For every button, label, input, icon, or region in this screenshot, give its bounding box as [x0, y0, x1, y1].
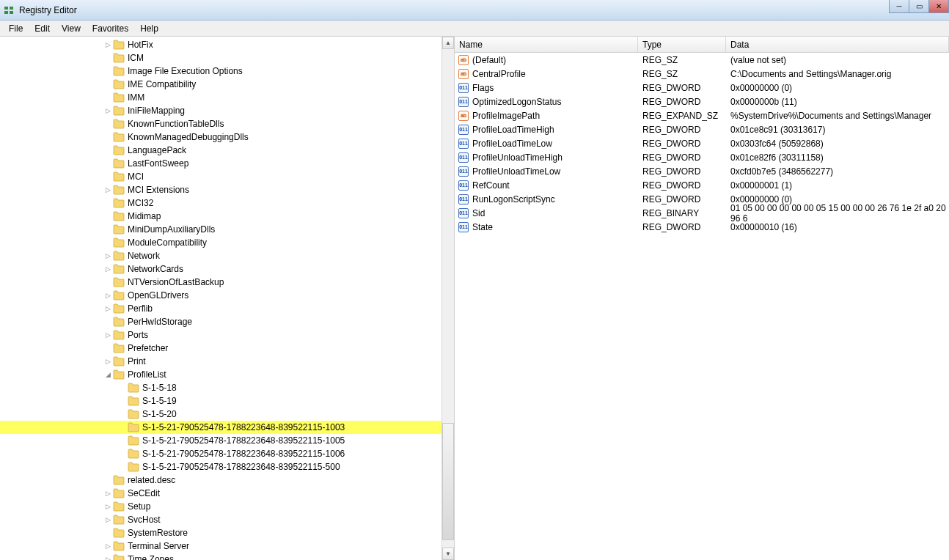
- tree-item-label: Prefetcher: [128, 343, 168, 353]
- value-row[interactable]: 011OptimizedLogonStatusREG_DWORD0x000000…: [455, 95, 949, 108]
- tree-item[interactable]: ▷Time Zones: [0, 553, 454, 560]
- folder-icon: [113, 237, 125, 248]
- binary-value-icon: 011: [458, 180, 469, 191]
- tree-item-label: Image File Execution Options: [128, 66, 243, 76]
- string-value-icon: ab: [458, 110, 469, 122]
- minimize-button[interactable]: ─: [889, 0, 909, 13]
- expand-icon[interactable]: ▷: [103, 305, 113, 312]
- value-row[interactable]: abProfileImagePathREG_EXPAND_SZ%SystemDr…: [455, 108, 949, 122]
- value-name: ProfileLoadTimeLow: [472, 139, 552, 149]
- expand-icon[interactable]: ▷: [103, 252, 113, 259]
- value-row[interactable]: 011SidREG_BINARY01 05 00 00 00 00 00 05 …: [455, 206, 949, 220]
- expand-icon[interactable]: ▷: [103, 516, 113, 523]
- column-data[interactable]: Data: [726, 37, 949, 52]
- expand-icon[interactable]: ▷: [103, 292, 113, 299]
- tree-item[interactable]: ▷Setup: [0, 500, 454, 513]
- tree-item[interactable]: ▷Prefetcher: [0, 342, 454, 355]
- maximize-button[interactable]: ▭: [909, 0, 929, 13]
- scroll-down-icon[interactable]: ▼: [442, 548, 454, 560]
- tree-item[interactable]: ▷S-1-5-21-790525478-1788223648-839522115…: [0, 447, 454, 460]
- tree-item[interactable]: ▷MCI Extensions: [0, 183, 454, 196]
- tree-item[interactable]: ▷KnownFunctionTableDlls: [0, 117, 454, 130]
- tree-item-label: Setup: [128, 501, 150, 512]
- tree-item[interactable]: ▷Image File Execution Options: [0, 65, 454, 78]
- value-row[interactable]: ab(Default)REG_SZ(value not set): [455, 53, 949, 67]
- tree-item[interactable]: ▷S-1-5-21-790525478-1788223648-839522115…: [0, 421, 454, 434]
- tree-item[interactable]: ▷Terminal Server: [0, 539, 454, 553]
- values-panel[interactable]: Name Type Data ab(Default)REG_SZ(value n…: [455, 37, 949, 560]
- tree-item[interactable]: ▷OpenGLDrivers: [0, 289, 454, 302]
- value-row[interactable]: 011ProfileLoadTimeLowREG_DWORD0x0303fc64…: [455, 136, 949, 150]
- close-button[interactable]: ✕: [928, 0, 949, 13]
- scroll-up-icon[interactable]: ▲: [442, 37, 454, 49]
- tree-scrollbar[interactable]: ▲ ▼: [441, 37, 454, 560]
- tree-item[interactable]: ▷Perflib: [0, 302, 454, 315]
- tree-item[interactable]: ▷KnownManagedDebuggingDlls: [0, 130, 454, 144]
- expand-icon[interactable]: ▷: [103, 490, 113, 497]
- expand-icon[interactable]: ▷: [103, 186, 113, 194]
- tree-item[interactable]: ▷LanguagePack: [0, 144, 454, 157]
- tree-item[interactable]: ▷LastFontSweep: [0, 157, 454, 170]
- tree-item[interactable]: ▷related.desc: [0, 474, 454, 487]
- folder-icon: [113, 317, 125, 327]
- tree-item[interactable]: ▷NTVersionOfLastBackup: [0, 276, 454, 289]
- tree-item[interactable]: ▷SeCEdit: [0, 487, 454, 500]
- value-row[interactable]: 011FlagsREG_DWORD0x00000000 (0): [455, 81, 949, 95]
- tree-panel[interactable]: ▷HotFix▷ICM▷Image File Execution Options…: [0, 37, 455, 560]
- registry-tree: ▷HotFix▷ICM▷Image File Execution Options…: [0, 37, 454, 560]
- expand-icon[interactable]: ▷: [103, 265, 113, 273]
- tree-item[interactable]: ▷Network: [0, 249, 454, 262]
- value-data: 0x00000001 (1): [726, 180, 949, 191]
- tree-item[interactable]: ▷SystemRestore: [0, 526, 454, 539]
- tree-item-label: ModuleCompatibility: [128, 237, 207, 248]
- tree-item[interactable]: ▷IME Compatibility: [0, 78, 454, 91]
- menu-file[interactable]: File: [3, 22, 29, 35]
- expand-icon[interactable]: ▷: [103, 358, 113, 365]
- value-row[interactable]: 011ProfileUnloadTimeHighREG_DWORD0x01ce8…: [455, 150, 949, 164]
- collapse-icon[interactable]: ◢: [103, 371, 113, 378]
- value-row[interactable]: 011RefCountREG_DWORD0x00000001 (1): [455, 178, 949, 192]
- column-name[interactable]: Name: [455, 37, 638, 52]
- value-row[interactable]: abCentralProfileREG_SZC:\Documents and S…: [455, 67, 949, 81]
- tree-item[interactable]: ▷S-1-5-18: [0, 381, 454, 394]
- menu-favorites[interactable]: Favorites: [87, 22, 134, 35]
- value-row[interactable]: 011StateREG_DWORD0x00000010 (16): [455, 220, 949, 234]
- menu-edit[interactable]: Edit: [29, 22, 56, 35]
- expand-icon[interactable]: ▷: [103, 41, 113, 48]
- tree-item[interactable]: ▷ICM: [0, 51, 454, 65]
- tree-item[interactable]: ◢ProfileList: [0, 368, 454, 381]
- tree-item[interactable]: ▷MCI32: [0, 196, 454, 210]
- value-row[interactable]: 011ProfileLoadTimeHighREG_DWORD0x01ce8c9…: [455, 122, 949, 136]
- value-row[interactable]: 011ProfileUnloadTimeLowREG_DWORD0xcfd0b7…: [455, 164, 949, 178]
- expand-icon[interactable]: ▷: [103, 542, 113, 550]
- tree-item[interactable]: ▷Midimap: [0, 210, 454, 223]
- content: ▷HotFix▷ICM▷Image File Execution Options…: [0, 37, 949, 560]
- folder-icon: [113, 515, 125, 525]
- tree-item[interactable]: ▷HotFix: [0, 38, 454, 51]
- tree-item[interactable]: ▷S-1-5-21-790525478-1788223648-839522115…: [0, 434, 454, 447]
- tree-item[interactable]: ▷Print: [0, 355, 454, 368]
- folder-icon: [113, 277, 125, 287]
- tree-item[interactable]: ▷MCI: [0, 170, 454, 183]
- tree-item[interactable]: ▷MiniDumpAuxiliaryDlls: [0, 223, 454, 236]
- tree-item[interactable]: ▷IniFileMapping: [0, 104, 454, 117]
- expand-icon[interactable]: ▷: [103, 107, 113, 114]
- tree-item[interactable]: ▷S-1-5-19: [0, 394, 454, 408]
- tree-item[interactable]: ▷S-1-5-20: [0, 408, 454, 421]
- scroll-thumb[interactable]: [442, 423, 454, 540]
- menu-view[interactable]: View: [56, 22, 87, 35]
- expand-icon[interactable]: ▷: [103, 331, 113, 339]
- expand-icon[interactable]: ▷: [103, 503, 113, 510]
- tree-item[interactable]: ▷IMM: [0, 91, 454, 104]
- value-type: REG_SZ: [638, 55, 726, 65]
- folder-icon: [128, 422, 139, 432]
- tree-item[interactable]: ▷ModuleCompatibility: [0, 236, 454, 249]
- menu-help[interactable]: Help: [134, 22, 164, 35]
- tree-item[interactable]: ▷SvcHost: [0, 513, 454, 526]
- column-type[interactable]: Type: [638, 37, 726, 52]
- tree-item[interactable]: ▷S-1-5-21-790525478-1788223648-839522115…: [0, 460, 454, 474]
- tree-item[interactable]: ▷NetworkCards: [0, 262, 454, 276]
- expand-icon[interactable]: ▷: [103, 556, 113, 560]
- tree-item[interactable]: ▷Ports: [0, 328, 454, 342]
- tree-item[interactable]: ▷PerHwIdStorage: [0, 315, 454, 328]
